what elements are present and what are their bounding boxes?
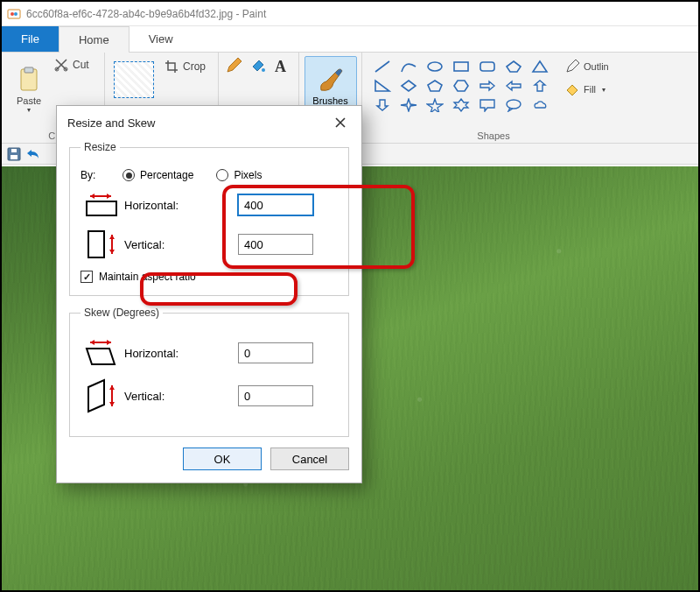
svg-marker-17 [454, 81, 468, 91]
cut-button[interactable]: Cut [51, 56, 93, 74]
close-button[interactable] [328, 113, 353, 132]
shape-callout-cloud-icon [528, 96, 551, 114]
shapes-gallery[interactable] [369, 56, 555, 116]
close-icon [334, 116, 346, 129]
resize-vertical-input[interactable] [238, 234, 313, 255]
svg-marker-16 [428, 81, 442, 91]
skew-horizontal-input[interactable] [238, 342, 313, 363]
svg-line-8 [375, 61, 389, 72]
title-appname: Paint [242, 8, 266, 20]
shape-arrow-right-icon [476, 77, 499, 95]
svg-point-9 [428, 62, 442, 71]
svg-marker-19 [427, 99, 443, 112]
shape-star5-icon [424, 96, 446, 114]
resize-skew-dialog: Resize and Skew Resize By: Percentage Pi… [56, 105, 362, 483]
select-button[interactable] [114, 61, 154, 98]
shape-arrow-down-icon [371, 96, 394, 114]
shape-diamond-icon [397, 77, 420, 95]
group-shapes-label: Shapes [369, 129, 618, 141]
shape-callout-oval-icon [502, 96, 525, 114]
svg-marker-26 [90, 194, 94, 199]
dialog-title: Resize and Skew [67, 116, 155, 130]
radio-pixels[interactable]: Pixels [216, 169, 262, 181]
outline-button[interactable]: Outlin [562, 58, 612, 75]
resize-horizontal-input[interactable] [238, 194, 313, 215]
tab-file[interactable]: File [2, 26, 59, 52]
svg-marker-13 [533, 61, 547, 72]
resize-fieldset: Resize By: Percentage Pixels Horizontal:… [69, 141, 349, 296]
checkbox-icon [80, 271, 93, 283]
svg-marker-31 [109, 235, 115, 239]
svg-rect-10 [454, 62, 468, 71]
undo-icon[interactable] [26, 147, 40, 161]
skew-vertical-icon [80, 378, 124, 413]
svg-point-21 [507, 100, 521, 109]
scissors-icon [54, 58, 68, 72]
skew-legend: Skew (Degrees) [80, 307, 163, 319]
fill-icon[interactable] [250, 58, 266, 74]
skew-vertical-input[interactable] [238, 385, 313, 406]
title-sep: - [233, 8, 242, 20]
outline-icon [565, 60, 579, 74]
resize-vertical-icon [80, 229, 124, 260]
svg-marker-12 [507, 61, 521, 72]
paste-button[interactable]: Paste ▾ [9, 56, 49, 123]
skew-horizontal-icon [80, 338, 124, 368]
text-icon[interactable]: A [275, 58, 286, 76]
app-icon [7, 7, 21, 21]
svg-point-2 [14, 12, 18, 16]
svg-marker-34 [90, 340, 94, 345]
save-icon[interactable] [7, 147, 21, 161]
skew-vertical-label: Vertical: [124, 390, 238, 403]
shape-polygon-icon [502, 58, 525, 75]
crop-button[interactable]: Crop [161, 58, 209, 75]
shape-triangle-icon [528, 58, 551, 75]
svg-marker-35 [107, 340, 111, 345]
ok-button[interactable]: OK [183, 448, 262, 470]
svg-marker-36 [87, 349, 115, 364]
radio-percentage[interactable]: Percentage [122, 169, 193, 181]
resize-horizontal-icon [80, 192, 124, 218]
shape-curve-icon [397, 58, 420, 75]
svg-marker-32 [109, 250, 115, 254]
svg-rect-29 [88, 231, 104, 257]
shape-arrow-left-icon [502, 77, 525, 95]
shape-rect-icon [450, 58, 472, 75]
maintain-aspect-checkbox[interactable]: Maintain aspect ratio [80, 271, 338, 283]
svg-rect-4 [24, 67, 33, 73]
group-shapes: Outlin Fill▾ Shapes [362, 53, 625, 143]
crop-icon [164, 60, 178, 74]
svg-marker-20 [454, 99, 468, 111]
svg-marker-14 [375, 81, 389, 91]
svg-rect-11 [480, 62, 494, 71]
shape-roundrect-icon [476, 58, 499, 75]
tab-strip: File Home View [2, 26, 698, 53]
resize-horizontal-label: Horizontal: [124, 199, 238, 212]
maintain-aspect-label: Maintain aspect ratio [99, 271, 196, 283]
shape-pentagon-icon [424, 77, 446, 95]
shape-callout-rect-icon [476, 96, 499, 114]
fill-button[interactable]: Fill▾ [562, 81, 612, 98]
title-filename: 6cc60f8a-ef6c-4728-ab4c-b9e9a6b4fd32.jpg [26, 8, 233, 20]
svg-marker-39 [109, 385, 115, 390]
svg-marker-40 [109, 402, 115, 406]
shape-star4-icon [397, 96, 420, 114]
shape-hexagon-icon [450, 77, 472, 95]
cancel-button[interactable]: Cancel [270, 448, 349, 470]
svg-rect-23 [10, 155, 18, 159]
title-bar: 6cc60f8a-ef6c-4728-ab4c-b9e9a6b4fd32.jpg… [2, 2, 698, 26]
skew-fieldset: Skew (Degrees) Horizontal: Vertical: [69, 307, 349, 437]
pencil-icon[interactable] [226, 58, 242, 74]
svg-marker-15 [402, 81, 416, 91]
svg-marker-27 [107, 194, 111, 199]
tab-home[interactable]: Home [59, 26, 130, 53]
by-label: By: [80, 169, 114, 181]
tab-view[interactable]: View [130, 26, 192, 52]
bucket-icon [565, 82, 579, 96]
shape-line-icon [371, 58, 394, 75]
svg-point-1 [10, 12, 14, 16]
shape-star6-icon [450, 96, 472, 114]
svg-point-7 [262, 68, 265, 72]
svg-marker-18 [401, 99, 416, 111]
shape-rtriangle-icon [371, 77, 394, 95]
